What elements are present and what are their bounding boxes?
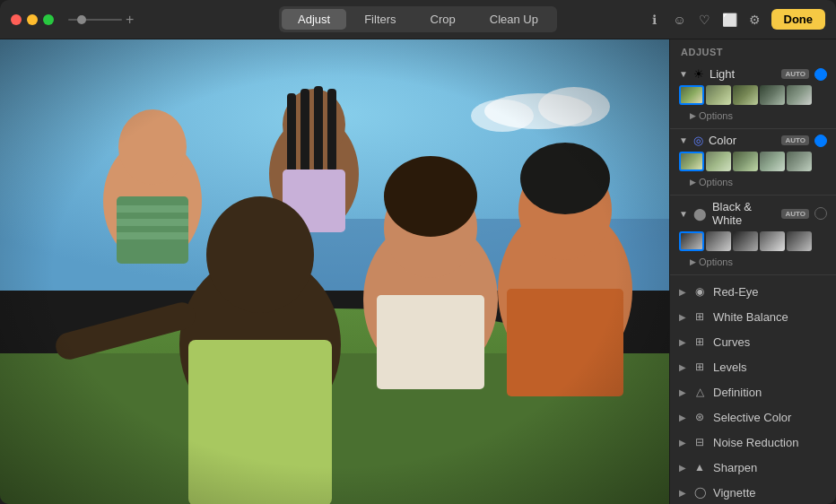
light-thumb-1[interactable]	[679, 85, 704, 105]
white-balance-icon: ⊞	[692, 309, 707, 324]
vignette-icon: ◯	[692, 485, 707, 500]
tab-crop[interactable]: Crop	[414, 9, 472, 30]
section-light-header[interactable]: ▼ ☀ Light AUTO	[670, 63, 836, 85]
adj-item-noise-reduction[interactable]: ▶ ⊟ Noise Reduction	[670, 430, 836, 455]
zoom-thumb	[77, 15, 86, 24]
sharpen-icon: ▲	[692, 460, 707, 474]
color-thumb-2[interactable]	[706, 152, 731, 171]
adj-item-red-eye[interactable]: ▶ ◉ Red-Eye	[670, 279, 836, 304]
bw-auto-badge: AUTO	[781, 209, 809, 219]
main-content: ADJUST ▼ ☀ Light AUTO ▶ Options	[0, 39, 836, 504]
section-color-header[interactable]: ▼ ◎ Color AUTO	[670, 129, 836, 152]
bw-options[interactable]: ▶ Options	[670, 255, 836, 271]
bw-chevron-icon: ▼	[679, 209, 688, 219]
color-toggle[interactable]	[814, 135, 827, 147]
nav-tabs: Adjust Filters Crop Clean Up	[279, 6, 557, 32]
color-label: Color	[709, 134, 777, 147]
bw-thumb-4[interactable]	[760, 231, 785, 251]
light-thumb-3[interactable]	[733, 85, 758, 105]
minimize-button[interactable]	[27, 14, 38, 25]
bw-thumb-2[interactable]	[706, 231, 731, 251]
photo-scene	[0, 39, 669, 504]
light-sun-icon: ☀	[693, 67, 704, 81]
noise-reduction-label: Noise Reduction	[713, 436, 798, 449]
color-options[interactable]: ▶ Options	[670, 175, 836, 191]
light-options[interactable]: ▶ Options	[670, 109, 836, 125]
done-button[interactable]: Done	[771, 9, 826, 30]
heart-icon[interactable]: ♡	[696, 11, 714, 29]
bw-label: Black & White	[712, 200, 777, 227]
light-label: Light	[710, 67, 777, 81]
section-bw: ▼ ⬤ Black & White AUTO ▶ Options	[670, 196, 836, 275]
right-panel: ADJUST ▼ ☀ Light AUTO ▶ Options	[669, 39, 836, 504]
tab-filters[interactable]: Filters	[348, 9, 412, 30]
color-thumb-4[interactable]	[760, 152, 785, 171]
light-options-chevron: ▶	[690, 111, 696, 120]
red-eye-icon: ◉	[692, 284, 707, 299]
adj-item-white-balance[interactable]: ▶ ⊞ White Balance	[670, 304, 836, 329]
curves-label: Curves	[713, 335, 750, 349]
tab-adjust[interactable]: Adjust	[282, 9, 346, 30]
selective-color-label: Selective Color	[713, 411, 791, 424]
light-thumb-4[interactable]	[760, 85, 785, 105]
light-thumbnails	[670, 85, 836, 109]
bw-options-label: Options	[699, 256, 733, 267]
color-thumb-1[interactable]	[679, 152, 704, 171]
bw-thumb-1[interactable]	[679, 231, 704, 251]
definition-label: Definition	[713, 386, 762, 399]
emoji-icon[interactable]: ☺	[671, 11, 689, 29]
tab-cleanup[interactable]: Clean Up	[474, 9, 554, 30]
color-chevron-icon: ▼	[679, 135, 688, 145]
curves-chevron: ▶	[679, 337, 686, 347]
white-balance-chevron: ▶	[679, 312, 686, 322]
panel-header: ADJUST	[670, 39, 836, 63]
photo-area	[0, 39, 669, 504]
adj-items-list: ▶ ◉ Red-Eye ▶ ⊞ White Balance ▶ ⊞ Curves…	[670, 275, 836, 504]
red-eye-chevron: ▶	[679, 287, 686, 297]
section-bw-header[interactable]: ▼ ⬤ Black & White AUTO	[670, 196, 836, 231]
zoom-plus-icon[interactable]: +	[126, 12, 134, 28]
adj-item-curves[interactable]: ▶ ⊞ Curves	[670, 329, 836, 354]
white-balance-label: White Balance	[713, 310, 788, 324]
titlebar: + Adjust Filters Crop Clean Up ℹ ☺ ♡ ⬜ ⚙…	[0, 0, 836, 39]
adj-item-definition[interactable]: ▶ △ Definition	[670, 379, 836, 404]
adj-item-selective-color[interactable]: ▶ ⊛ Selective Color	[670, 404, 836, 430]
share-icon[interactable]: ⬜	[721, 11, 739, 29]
color-options-chevron: ▶	[690, 178, 696, 187]
sharpen-label: Sharpen	[713, 461, 757, 474]
color-thumb-5[interactable]	[787, 152, 812, 171]
adj-item-sharpen[interactable]: ▶ ▲ Sharpen	[670, 455, 836, 480]
vignette-chevron: ▶	[679, 488, 686, 498]
color-circle-icon: ◎	[693, 134, 703, 147]
levels-chevron: ▶	[679, 362, 686, 372]
red-eye-label: Red-Eye	[713, 285, 759, 299]
light-chevron-icon: ▼	[679, 69, 688, 79]
noise-reduction-chevron: ▶	[679, 438, 686, 448]
tools-icon[interactable]: ⚙	[746, 11, 764, 29]
bw-toggle[interactable]	[814, 207, 827, 220]
selective-color-chevron: ▶	[679, 413, 686, 422]
close-button[interactable]	[11, 14, 22, 25]
definition-chevron: ▶	[679, 387, 686, 397]
levels-label: Levels	[713, 361, 747, 374]
light-auto-badge: AUTO	[781, 69, 809, 79]
noise-reduction-icon: ⊟	[692, 435, 707, 449]
light-toggle[interactable]	[814, 68, 827, 81]
adj-item-vignette[interactable]: ▶ ◯ Vignette	[670, 480, 836, 504]
info-icon[interactable]: ℹ	[646, 11, 664, 29]
color-thumbnails	[670, 152, 836, 175]
bw-circle-icon: ⬤	[693, 207, 707, 221]
section-color: ▼ ◎ Color AUTO ▶ Options	[670, 129, 836, 196]
svg-rect-32	[0, 39, 669, 504]
color-thumb-3[interactable]	[733, 152, 758, 171]
light-thumb-5[interactable]	[787, 85, 812, 105]
bw-thumb-3[interactable]	[733, 231, 758, 251]
bw-thumbnails	[670, 231, 836, 255]
light-thumb-2[interactable]	[706, 85, 731, 105]
color-auto-badge: AUTO	[781, 135, 809, 145]
bw-thumb-5[interactable]	[787, 231, 812, 251]
titlebar-right: ℹ ☺ ♡ ⬜ ⚙ Done	[646, 9, 826, 30]
adj-item-levels[interactable]: ▶ ⊞ Levels	[670, 354, 836, 379]
maximize-button[interactable]	[43, 14, 54, 25]
zoom-slider[interactable]: +	[68, 12, 134, 28]
